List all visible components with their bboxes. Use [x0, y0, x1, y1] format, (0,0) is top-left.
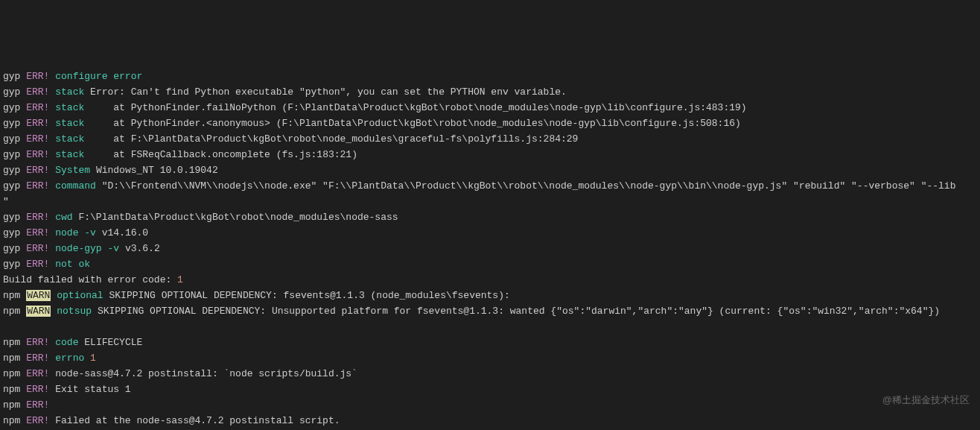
error-level: ERR! — [26, 337, 49, 348]
log-message: F:\PlantData\Product\kgBot\robot\node_mo… — [78, 212, 398, 223]
log-tag: node -v — [55, 227, 96, 238]
log-line: npm ERR! Failed at the node-sass@4.7.2 p… — [3, 413, 977, 429]
error-level: ERR! — [26, 149, 49, 160]
log-message: at PythonFinder.<anonymous> (F:\PlantDat… — [90, 118, 741, 129]
log-tag: stack — [55, 118, 84, 129]
log-line: Build failed with error code: 1 — [3, 272, 977, 288]
error-level: ERR! — [26, 368, 49, 379]
log-line — [3, 319, 977, 335]
log-tag: configure error — [55, 71, 142, 82]
error-level: ERR! — [26, 102, 49, 113]
log-message: Windows_NT 10.0.19042 — [96, 165, 218, 176]
log-tag: errno — [55, 352, 84, 364]
watermark: @稀土掘金技术社区 — [882, 392, 970, 408]
log-line: npm WARN notsup SKIPPING OPTIONAL DEPEND… — [3, 303, 977, 319]
log-message: "D:\\Frontend\\NVM\\nodejs\\node.exe" "F… — [102, 180, 956, 192]
log-message: node-sass@4.7.2 postinstall: `node scrip… — [55, 368, 357, 379]
log-message: Error: Can't find Python executable "pyt… — [90, 86, 567, 98]
log-message: at FSReqCallback.oncomplete (fs.js:183:2… — [90, 149, 357, 160]
error-level: ERR! — [26, 352, 49, 364]
log-message: Failed at the node-sass@4.7.2 postinstal… — [55, 415, 340, 426]
log-line: gyp ERR! stack Error: Can't find Python … — [3, 84, 977, 100]
error-level: ERR! — [26, 71, 49, 82]
error-level: ERR! — [26, 133, 49, 145]
log-line: " — [3, 194, 977, 209]
log-tag: stack — [55, 133, 84, 145]
log-line: npm WARN optional SKIPPING OPTIONAL DEPE… — [3, 288, 977, 303]
log-message: at F:\PlantData\Product\kgBot\robot\node… — [90, 133, 578, 145]
log-line: gyp ERR! node -v v14.16.0 — [3, 225, 977, 241]
log-message: v14.16.0 — [102, 227, 148, 238]
log-line: gyp ERR! node-gyp -v v3.6.2 — [3, 241, 977, 256]
log-line: gyp ERR! stack at FSReqCallback.oncomple… — [3, 147, 977, 162]
log-tag: stack — [55, 102, 84, 113]
log-line: gyp ERR! stack at PythonFinder.<anonymou… — [3, 116, 977, 131]
warn-level: WARN — [26, 306, 51, 317]
terminal-output: gyp ERR! configure error gyp ERR! stack … — [3, 69, 977, 430]
error-level: ERR! — [26, 243, 49, 254]
log-line: npm ERR! Exit status 1 — [3, 382, 977, 397]
error-level: ERR! — [26, 399, 49, 411]
log-line: npm ERR! node-sass@4.7.2 postinstall: `n… — [3, 366, 977, 382]
error-level: ERR! — [26, 165, 49, 176]
log-line: gyp ERR! command "D:\\Frontend\\NVM\\nod… — [3, 178, 977, 194]
log-message: v3.6.2 — [125, 243, 160, 254]
log-message: ELIFECYCLE — [84, 337, 142, 348]
log-tag: notsup — [57, 306, 92, 317]
log-tag: System — [55, 165, 90, 176]
error-level: ERR! — [26, 384, 49, 395]
error-level: ERR! — [26, 212, 49, 223]
log-line: npm ERR! — [3, 397, 977, 413]
error-level: ERR! — [26, 118, 49, 129]
log-message: SKIPPING OPTIONAL DEPENDENCY: fsevents@1… — [109, 290, 509, 301]
log-tag: code — [55, 337, 78, 348]
log-message: Exit status 1 — [55, 384, 130, 395]
log-line: gyp ERR! configure error — [3, 69, 977, 84]
log-tag: not ok — [55, 259, 90, 270]
log-tag: cwd — [55, 212, 72, 223]
error-level: ERR! — [26, 415, 49, 426]
error-level: ERR! — [26, 259, 49, 270]
log-message: at PythonFinder.failNoPython (F:\PlantDa… — [90, 102, 747, 113]
log-line: npm ERR! errno 1 — [3, 350, 977, 366]
log-line: gyp ERR! cwd F:\PlantData\Product\kgBot\… — [3, 209, 977, 225]
log-line: npm ERR! code ELIFECYCLE — [3, 335, 977, 350]
log-message: SKIPPING OPTIONAL DEPENDENCY: Unsupporte… — [98, 306, 940, 317]
log-tag: command — [55, 180, 96, 192]
error-level: ERR! — [26, 86, 49, 98]
error-level: ERR! — [26, 227, 49, 238]
log-line: gyp ERR! not ok — [3, 256, 977, 272]
log-line: gyp ERR! stack at F:\PlantData\Product\k… — [3, 131, 977, 147]
log-line: gyp ERR! stack at PythonFinder.failNoPyt… — [3, 100, 977, 116]
error-level: ERR! — [26, 180, 49, 192]
log-line: gyp ERR! System Windows_NT 10.0.19042 — [3, 162, 977, 178]
log-tag: optional — [57, 290, 103, 301]
log-tag: stack — [55, 149, 84, 160]
log-tag: node-gyp -v — [55, 243, 119, 254]
log-tag: stack — [55, 86, 84, 98]
warn-level: WARN — [26, 290, 51, 301]
